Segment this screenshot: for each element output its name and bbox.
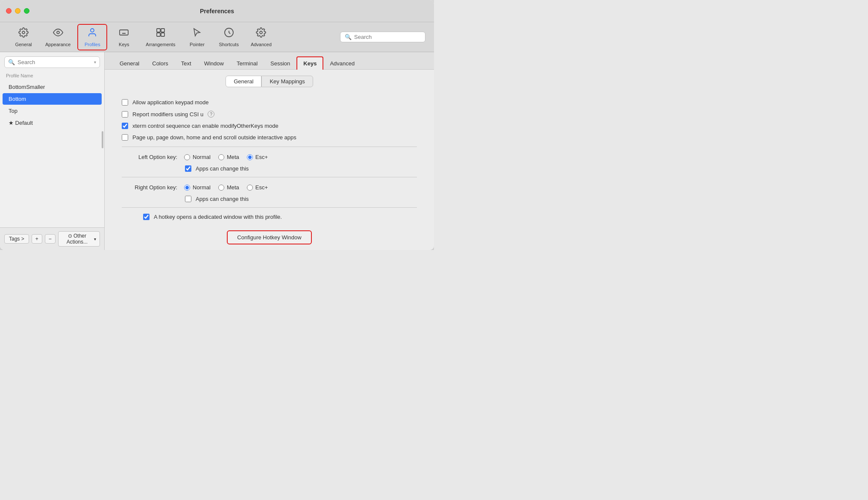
apps-can-change-left-checkbox[interactable] (185, 165, 191, 172)
configure-hotkey-button[interactable]: Configure Hotkey Window (227, 230, 311, 244)
remove-profile-button[interactable]: − (45, 234, 56, 244)
settings-content: Allow application keypad mode Report mod… (105, 92, 434, 250)
toolbar-search-input[interactable] (354, 34, 421, 40)
toolbar-profiles-label: Profiles (85, 42, 100, 47)
profile-item-default[interactable]: ★ Default (3, 117, 102, 129)
svg-rect-4 (157, 29, 160, 32)
toolbar-keys-label: Keys (119, 42, 129, 47)
eye-icon (53, 27, 63, 40)
tags-button[interactable]: Tags > (4, 234, 29, 244)
add-profile-button[interactable]: + (32, 234, 42, 244)
toolbar-advanced-label: Advanced (251, 42, 272, 47)
toolbar-search-icon: 🔍 (345, 34, 352, 40)
tab-text[interactable]: Text (175, 57, 198, 70)
checkbox-row-page-up: Page up, page down, home and end scroll … (122, 132, 417, 143)
toolbar-item-shortcuts[interactable]: Shortcuts (214, 25, 243, 50)
sidebar-search-icon: 🔍 (8, 59, 15, 65)
tab-keys[interactable]: Keys (296, 56, 323, 70)
titlebar: Preferences (0, 0, 434, 22)
app-keypad-label: Allow application keypad mode (132, 99, 209, 106)
svg-rect-7 (161, 33, 164, 36)
section-tab-general[interactable]: General (226, 76, 261, 87)
toolbar-item-advanced[interactable]: Advanced (246, 25, 277, 50)
toolbar-item-profiles[interactable]: Profiles (77, 24, 107, 50)
left-option-radio-group: Normal Meta Esc+ (184, 154, 268, 160)
toolbar-items: General Appearance Profiles (9, 24, 338, 50)
main-content: 🔍 ▾ Profile Name BottomSmaller Bottom To… (0, 52, 434, 250)
maximize-button[interactable] (24, 8, 29, 14)
left-option-normal[interactable]: Normal (184, 154, 211, 160)
svg-rect-5 (161, 29, 164, 32)
hotkey-section: A hotkey opens a dedicated window with t… (122, 211, 417, 244)
sidebar: 🔍 ▾ Profile Name BottomSmaller Bottom To… (0, 52, 105, 250)
sidebar-search-input[interactable] (18, 59, 91, 65)
apps-can-change-right-checkbox[interactable] (185, 196, 191, 202)
tab-terminal[interactable]: Terminal (230, 57, 264, 70)
profile-item-bottom[interactable]: Bottom (3, 93, 102, 105)
right-option-meta[interactable]: Meta (218, 184, 239, 191)
tab-colors[interactable]: Colors (146, 57, 175, 70)
window-title: Preferences (200, 8, 234, 15)
right-option-meta-label: Meta (227, 184, 239, 191)
right-option-meta-radio[interactable] (218, 185, 224, 191)
keyboard-icon (119, 27, 129, 40)
profile-list: BottomSmaller Bottom Top ★ Default (0, 81, 104, 227)
traffic-lights (6, 8, 29, 14)
scroll-handle[interactable] (102, 131, 103, 148)
apps-can-change-right-row: Apps can change this (185, 194, 417, 204)
page-up-down-checkbox[interactable] (122, 134, 128, 141)
xterm-control-label: xterm control sequence can enable modify… (132, 123, 279, 129)
left-option-esc-radio[interactable] (247, 154, 253, 160)
report-modifiers-checkbox[interactable] (122, 111, 128, 118)
preferences-window: Preferences General Appearan (0, 0, 434, 250)
section-tab-key-mappings[interactable]: Key Mappings (261, 76, 313, 87)
other-actions-button[interactable]: ⊙ Other Actions... ▾ (58, 231, 100, 247)
content-area: General Colors Text Window Terminal Sess… (105, 52, 434, 250)
left-option-normal-radio[interactable] (184, 154, 190, 160)
toolbar-item-general[interactable]: General (9, 25, 38, 50)
profile-item-top[interactable]: Top (3, 105, 102, 117)
right-option-normal-radio[interactable] (184, 185, 190, 191)
svg-rect-6 (157, 33, 160, 36)
close-button[interactable] (6, 8, 12, 14)
arrangements-icon (155, 27, 166, 40)
right-option-esc-label: Esc+ (255, 184, 268, 191)
divider-1 (122, 147, 417, 147)
left-option-meta-radio[interactable] (218, 154, 224, 160)
hotkey-opens-checkbox[interactable] (143, 214, 150, 220)
gear-icon (18, 27, 29, 40)
minimize-button[interactable] (15, 8, 21, 14)
toolbar-item-arrangements[interactable]: Arrangements (141, 25, 180, 50)
left-option-meta[interactable]: Meta (218, 154, 239, 160)
sidebar-footer: Tags > + − ⊙ Other Actions... ▾ (0, 227, 104, 250)
help-icon[interactable]: ? (208, 111, 214, 118)
checkbox-row-report-modifiers: Report modifiers using CSI u ? (122, 108, 417, 120)
toolbar-search-box[interactable]: 🔍 (340, 32, 425, 42)
checkbox-row-app-keypad: Allow application keypad mode (122, 97, 417, 108)
divider-2 (122, 177, 417, 177)
tab-window[interactable]: Window (198, 57, 230, 70)
app-keypad-checkbox[interactable] (122, 99, 128, 106)
chevron-down-icon: ▾ (94, 60, 96, 65)
xterm-control-checkbox[interactable] (122, 123, 128, 129)
right-option-esc-radio[interactable] (247, 185, 253, 191)
right-option-key-row: Right Option key: Normal Meta Esc+ (122, 181, 417, 194)
tab-session[interactable]: Session (264, 57, 296, 70)
sidebar-search-box[interactable]: 🔍 ▾ (4, 56, 100, 68)
toolbar-item-keys[interactable]: Keys (109, 25, 139, 50)
profile-item-bottomsmaller[interactable]: BottomSmaller (3, 81, 102, 93)
right-option-normal[interactable]: Normal (184, 184, 211, 191)
svg-point-1 (57, 31, 59, 34)
tab-general[interactable]: General (113, 57, 146, 70)
svg-point-9 (260, 31, 262, 34)
apps-can-change-left-label: Apps can change this (196, 165, 249, 172)
toolbar-appearance-label: Appearance (45, 42, 70, 47)
tab-advanced[interactable]: Advanced (323, 57, 361, 70)
toolbar-item-appearance[interactable]: Appearance (40, 25, 76, 50)
right-option-esc[interactable]: Esc+ (247, 184, 268, 191)
left-option-esc[interactable]: Esc+ (247, 154, 268, 160)
toolbar-item-pointer[interactable]: Pointer (182, 25, 212, 50)
person-icon (87, 27, 97, 40)
toolbar-pointer-label: Pointer (190, 42, 205, 47)
pointer-icon (192, 27, 202, 40)
